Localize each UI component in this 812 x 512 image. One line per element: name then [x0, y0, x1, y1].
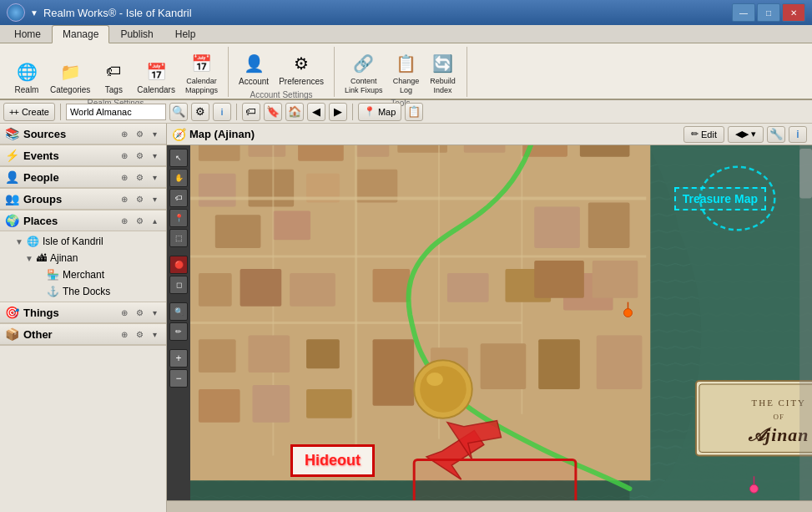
things-settings-btn[interactable]: ⚙ [133, 306, 146, 319]
places-add-btn[interactable]: ⊕ [118, 214, 131, 227]
ribbon-btn-preferences[interactable]: ⚙ Preferences [275, 48, 327, 89]
ribbon-btn-calendars[interactable]: 📅 Calendars [134, 57, 179, 97]
title-bar-left: ▼ Realm Works® - Isle of Kandril [7, 3, 192, 22]
maximize-button[interactable]: □ [757, 3, 780, 22]
groups-settings-btn[interactable]: ⚙ [133, 192, 146, 205]
forward-btn[interactable]: ▶ [329, 103, 347, 121]
close-button[interactable]: ✕ [782, 3, 805, 22]
other-add-btn[interactable]: ⊕ [118, 327, 131, 341]
main-content: 📚 Sources ⊕ ⚙ ▾ ⚡ Events ⊕ ⚙ [0, 124, 812, 512]
sidebar-section-places: 🌍 Places ⊕ ⚙ ▴ ▼ 🌐 Isle of Kandril [0, 210, 166, 302]
sources-add-btn[interactable]: ⊕ [118, 127, 131, 140]
map-image[interactable]: THE CITY OF 𝒜jinan Treasure Map [190, 145, 812, 500]
isle-label: Isle of Kandril [43, 236, 103, 247]
home-nav-btn[interactable]: 🏠 [285, 103, 304, 121]
svg-rect-40 [597, 335, 643, 389]
ribbon-group-account-settings: 👤 Account ⚙ Preferences Account Settings [229, 47, 335, 97]
places-settings-btn[interactable]: ⚙ [133, 214, 146, 227]
sidebar-header-places[interactable]: 🌍 Places ⊕ ⚙ ▴ [0, 210, 166, 231]
map-ctrl-reveal[interactable]: 🔴 [169, 256, 188, 274]
tab-publish[interactable]: Publish [109, 25, 164, 43]
places-expand-btn[interactable]: ▴ [148, 214, 161, 227]
tag-icon-btn[interactable]: 🏷 [242, 103, 260, 121]
ribbon-btn-content-link-fixups[interactable]: 🔗 ContentLink Fixups [341, 48, 386, 97]
tab-home[interactable]: Home [3, 25, 52, 43]
map-ctrl-tag[interactable]: 🏷 [169, 189, 188, 207]
tab-help[interactable]: Help [164, 25, 207, 43]
bookmark-icon-btn[interactable]: 🔖 [264, 103, 282, 121]
sidebar-header-events[interactable]: ⚡ Events ⊕ ⚙ ▾ [0, 145, 166, 166]
toolbar: + + Create 🔍 ⚙ i 🏷 🔖 🏠 ◀ ▶ 📍 Map 📋 [0, 100, 812, 124]
tab-manage[interactable]: Manage [52, 25, 109, 43]
calendar-mappings-icon: 📅 [188, 50, 214, 77]
map-extra-btn[interactable]: 📋 [405, 103, 423, 121]
ribbon-btn-change-log[interactable]: 📋 ChangeLog [390, 48, 423, 97]
tree-item-ajinan[interactable]: ▼ 🏙 Ajinan [0, 250, 166, 266]
events-add-btn[interactable]: ⊕ [118, 149, 131, 162]
ribbon-btn-realm[interactable]: 🌐 Realm [10, 57, 43, 97]
tags-label: Tags [105, 85, 123, 95]
map-ctrl-hide[interactable]: ◻ [169, 276, 188, 294]
ribbon-btn-rebuild-index[interactable]: 🔄 RebuildIndex [426, 48, 460, 97]
minimize-button[interactable]: — [732, 3, 755, 22]
create-button[interactable]: + + Create [3, 103, 55, 121]
ribbon-btn-account[interactable]: 👤 Account [235, 48, 272, 89]
toolbar-separator-1 [60, 104, 61, 120]
people-settings-btn[interactable]: ⚙ [133, 170, 146, 184]
back-btn[interactable]: ◀ [307, 103, 325, 121]
people-expand-btn[interactable]: ▾ [148, 170, 161, 184]
map-edit-button[interactable]: ✏ Edit [683, 126, 724, 143]
svg-rect-22 [273, 210, 310, 240]
map-ctrl-zoom-search[interactable]: 🔍 [169, 302, 188, 321]
sidebar-header-people[interactable]: 👤 People ⊕ ⚙ ▾ [0, 167, 166, 188]
map-ctrl-select[interactable]: ↖ [169, 149, 188, 167]
things-add-btn[interactable]: ⊕ [118, 306, 131, 319]
ribbon-btn-tags[interactable]: 🏷 Tags [97, 57, 130, 97]
svg-rect-48 [414, 459, 576, 500]
tree-item-the-docks[interactable]: ▶ ⚓ The Docks [0, 283, 166, 300]
events-settings-btn[interactable]: ⚙ [133, 149, 146, 162]
groups-add-btn[interactable]: ⊕ [118, 192, 131, 205]
map-ctrl-zoom-in[interactable]: + [169, 349, 188, 368]
sidebar-header-things[interactable]: 🎯 Things ⊕ ⚙ ▾ [0, 302, 166, 323]
svg-point-57 [750, 484, 759, 493]
other-expand-btn[interactable]: ▾ [148, 327, 161, 341]
map-ctrl-area[interactable]: ⬚ [169, 229, 188, 247]
people-add-btn[interactable]: ⊕ [118, 170, 131, 184]
things-expand-btn[interactable]: ▾ [148, 306, 161, 319]
map-tools-btn[interactable]: 🔧 [767, 126, 785, 143]
tree-item-isle-of-kandril[interactable]: ▼ 🌐 Isle of Kandril [0, 233, 166, 250]
map-button[interactable]: 📍 Map [358, 103, 401, 121]
map-horizontal-scrollbar[interactable] [167, 500, 812, 512]
sources-expand-btn[interactable]: ▾ [148, 127, 161, 140]
search-input[interactable] [66, 104, 166, 120]
tree-item-merchant[interactable]: ▶ 🏪 Merchant [0, 266, 166, 283]
app-logo [7, 3, 25, 22]
app-title: Realm Works® - Isle of Kandril [43, 7, 192, 19]
svg-rect-26 [373, 269, 411, 302]
things-label: Things [23, 307, 59, 319]
isle-expand-icon: ▼ [15, 237, 23, 246]
map-ctrl-zoom-out[interactable]: − [169, 369, 188, 388]
info-icon-btn[interactable]: i [213, 103, 231, 121]
map-navigate-btn[interactable]: ◀▶ ▾ [728, 126, 764, 143]
search-icon-btn[interactable]: 🔍 [169, 103, 188, 121]
sidebar-header-other[interactable]: 📦 Other ⊕ ⚙ ▾ [0, 324, 166, 345]
change-log-label: ChangeLog [393, 77, 420, 95]
groups-expand-btn[interactable]: ▾ [148, 192, 161, 205]
sidebar-header-sources[interactable]: 📚 Sources ⊕ ⚙ ▾ [0, 124, 166, 144]
map-ctrl-move[interactable]: ✋ [169, 169, 188, 187]
map-ctrl-pin[interactable]: 📍 [169, 209, 188, 227]
app-dropdown-arrow[interactable]: ▼ [30, 8, 38, 18]
map-ctrl-draw[interactable]: ✏ [169, 322, 188, 341]
other-settings-btn[interactable]: ⚙ [133, 327, 146, 341]
svg-rect-25 [290, 273, 335, 307]
ribbon-btn-categories[interactable]: 📁 Categories [47, 57, 93, 97]
sidebar-header-groups[interactable]: 👥 Groups ⊕ ⚙ ▾ [0, 189, 166, 210]
ribbon-btn-calendar-mappings[interactable]: 📅 CalendarMappings [182, 48, 221, 97]
map-info-btn[interactable]: i [789, 126, 807, 143]
configure-icon-btn[interactable]: ⚙ [191, 103, 209, 121]
events-expand-btn[interactable]: ▾ [148, 149, 161, 162]
sources-settings-btn[interactable]: ⚙ [133, 127, 146, 140]
svg-rect-35 [306, 389, 352, 418]
